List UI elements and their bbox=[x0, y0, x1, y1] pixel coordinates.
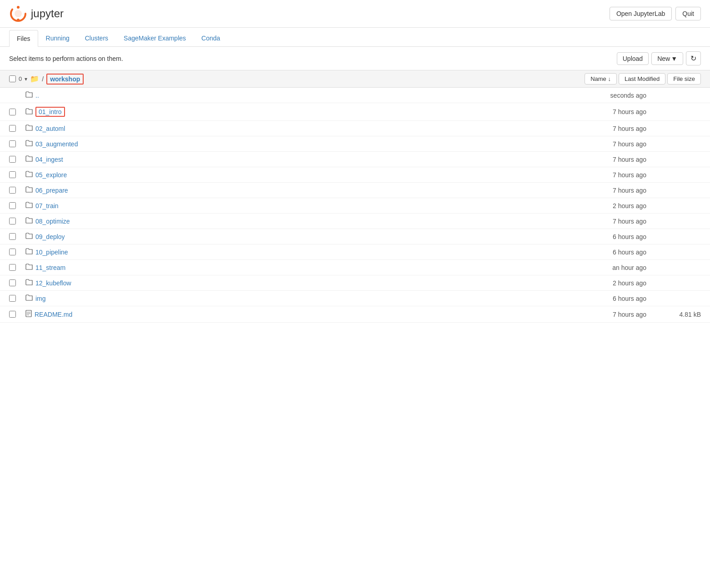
file-link[interactable]: 11_stream bbox=[35, 264, 65, 271]
file-modified: 7 hours ago bbox=[565, 218, 655, 225]
table-row: README.md7 hours ago4.81 kB bbox=[0, 306, 710, 323]
folder-icon bbox=[25, 186, 33, 194]
svg-point-2 bbox=[17, 6, 20, 9]
table-row: 07_train2 hours ago bbox=[0, 198, 710, 214]
file-name-cell: 03_augmented bbox=[25, 140, 565, 148]
table-row: 08_optimize7 hours ago bbox=[0, 214, 710, 229]
new-button[interactable]: New ▼ bbox=[651, 52, 683, 65]
row-checkbox[interactable] bbox=[9, 202, 16, 209]
file-name-cell: 11_stream bbox=[25, 264, 565, 271]
row-checkbox[interactable] bbox=[9, 125, 16, 132]
jupyter-logo-icon bbox=[9, 5, 27, 23]
sort-name-label: Name bbox=[590, 75, 606, 82]
file-name-cell: 08_optimize bbox=[25, 217, 565, 225]
item-count: 0 bbox=[19, 75, 22, 82]
file-link[interactable]: img bbox=[35, 295, 46, 302]
folder-icon bbox=[25, 155, 33, 163]
file-link[interactable]: .. bbox=[35, 92, 39, 99]
file-modified: 7 hours ago bbox=[565, 108, 655, 115]
file-name-cell: 12_kubeflow bbox=[25, 279, 565, 287]
row-checkbox[interactable] bbox=[9, 109, 16, 115]
file-link[interactable]: 01_intro bbox=[35, 107, 65, 117]
file-link[interactable]: 10_pipeline bbox=[35, 249, 68, 256]
file-name-cell: 10_pipeline bbox=[25, 248, 565, 256]
file-modified: seconds ago bbox=[565, 92, 655, 99]
tab-files[interactable]: Files bbox=[9, 30, 38, 47]
row-checkbox[interactable] bbox=[9, 140, 16, 147]
folder-icon bbox=[25, 279, 33, 287]
folder-icon bbox=[25, 233, 33, 240]
table-row: ..seconds ago bbox=[0, 88, 710, 103]
refresh-button[interactable]: ↻ bbox=[686, 51, 701, 65]
file-modified: an hour ago bbox=[565, 264, 655, 271]
toolbar: Select items to perform actions on them.… bbox=[0, 47, 710, 70]
file-modified: 2 hours ago bbox=[565, 279, 655, 287]
file-link[interactable]: README.md bbox=[35, 311, 72, 318]
folder-icon bbox=[25, 217, 33, 225]
table-row: 12_kubeflow2 hours ago bbox=[0, 275, 710, 291]
table-row: 02_automl7 hours ago bbox=[0, 121, 710, 136]
row-checkbox[interactable] bbox=[9, 187, 16, 194]
table-row: 03_augmented7 hours ago bbox=[0, 136, 710, 152]
file-link[interactable]: 09_deploy bbox=[35, 233, 65, 240]
row-checkbox[interactable] bbox=[9, 233, 16, 240]
row-checkbox[interactable] bbox=[9, 218, 16, 224]
row-checkbox[interactable] bbox=[9, 279, 16, 286]
tab-conda[interactable]: Conda bbox=[194, 30, 228, 46]
folder-icon: 📁 bbox=[30, 75, 39, 83]
open-jupyterlab-button[interactable]: Open JupyterLab bbox=[610, 7, 672, 20]
select-message: Select items to perform actions on them. bbox=[9, 55, 123, 62]
svg-point-1 bbox=[15, 10, 22, 17]
file-name-cell: .. bbox=[25, 91, 565, 99]
table-row: 06_prepare7 hours ago bbox=[0, 183, 710, 198]
file-modified: 7 hours ago bbox=[565, 156, 655, 163]
file-name-cell: 02_automl bbox=[25, 125, 565, 132]
sort-name-button[interactable]: Name ↓ bbox=[585, 73, 617, 85]
row-checkbox[interactable] bbox=[9, 249, 16, 255]
path-bar: 0 ▾ 📁 / workshop Name ↓ Last Modified Fi… bbox=[0, 70, 710, 88]
folder-icon bbox=[25, 294, 33, 302]
tab-running[interactable]: Running bbox=[38, 30, 77, 46]
file-name-cell: 01_intro bbox=[25, 107, 565, 117]
sort-size-button[interactable]: File size bbox=[667, 73, 701, 85]
folder-icon bbox=[25, 171, 33, 179]
upload-button[interactable]: Upload bbox=[617, 52, 649, 65]
file-link[interactable]: 02_automl bbox=[35, 125, 65, 132]
file-link[interactable]: 03_augmented bbox=[35, 140, 78, 148]
row-checkbox[interactable] bbox=[9, 311, 16, 318]
file-icon bbox=[25, 310, 32, 319]
select-all-checkbox[interactable] bbox=[9, 75, 16, 82]
file-link[interactable]: 12_kubeflow bbox=[35, 279, 71, 287]
file-modified: 7 hours ago bbox=[565, 311, 655, 318]
table-row: 09_deploy6 hours ago bbox=[0, 229, 710, 244]
tab-clusters[interactable]: Clusters bbox=[77, 30, 116, 46]
file-modified: 6 hours ago bbox=[565, 295, 655, 302]
row-checkbox[interactable] bbox=[9, 295, 16, 302]
breadcrumb-separator: / bbox=[42, 75, 44, 83]
path-bar-left: 0 ▾ 📁 / workshop bbox=[9, 74, 84, 85]
file-link[interactable]: 04_ingest bbox=[35, 156, 63, 163]
file-name-cell: 07_train bbox=[25, 202, 565, 209]
path-dropdown-arrow[interactable]: ▾ bbox=[25, 76, 27, 82]
tab-sagemaker[interactable]: SageMaker Examples bbox=[116, 30, 194, 46]
file-link[interactable]: 07_train bbox=[35, 202, 59, 209]
table-row: 05_explore7 hours ago bbox=[0, 167, 710, 183]
table-row: 04_ingest7 hours ago bbox=[0, 152, 710, 167]
row-checkbox[interactable] bbox=[9, 156, 16, 163]
table-row: img6 hours ago bbox=[0, 291, 710, 306]
file-modified: 7 hours ago bbox=[565, 125, 655, 132]
folder-icon bbox=[25, 264, 33, 271]
file-link[interactable]: 08_optimize bbox=[35, 218, 70, 225]
row-checkbox[interactable] bbox=[9, 264, 16, 271]
row-checkbox[interactable] bbox=[9, 171, 16, 178]
file-link[interactable]: 06_prepare bbox=[35, 187, 68, 194]
quit-button[interactable]: Quit bbox=[675, 7, 701, 20]
new-dropdown-arrow: ▼ bbox=[671, 55, 677, 62]
file-size: 4.81 kB bbox=[655, 311, 701, 318]
logo: jupyter bbox=[9, 5, 64, 23]
sort-modified-button[interactable]: Last Modified bbox=[619, 73, 665, 85]
breadcrumb-workshop[interactable]: workshop bbox=[46, 74, 84, 85]
table-row: 10_pipeline6 hours ago bbox=[0, 244, 710, 260]
file-link[interactable]: 05_explore bbox=[35, 171, 67, 179]
sort-name-arrow: ↓ bbox=[608, 75, 611, 82]
